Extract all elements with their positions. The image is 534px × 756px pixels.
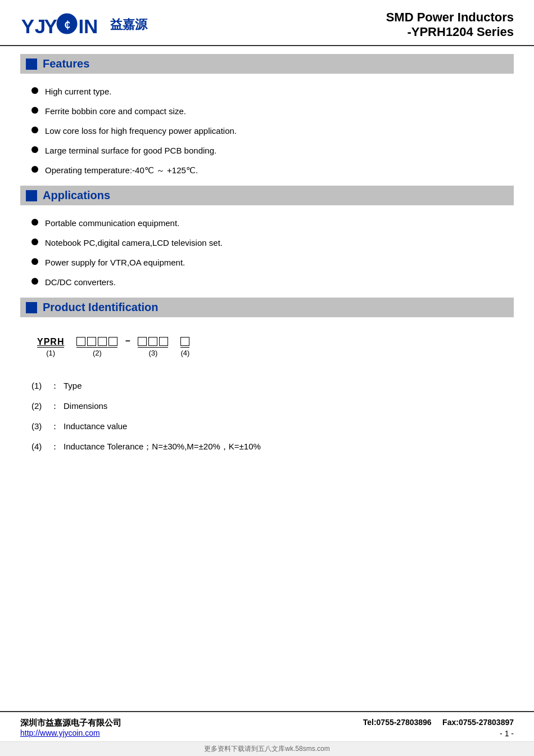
pid-box [148, 337, 157, 346]
features-section-title: Features [43, 57, 89, 70]
applications-list: Portable communication equipment. Notebo… [20, 213, 514, 292]
footer-right: Tel:0755-27803896 Fax:0755-27803897 - 1 … [363, 718, 514, 738]
footer-url[interactable]: http://www.yjycoin.com [20, 728, 121, 737]
pid-box [87, 337, 96, 346]
product-id-details: (1) ： Type (2) ： Dimensions (3) ： Induct… [20, 372, 514, 464]
pid-detail-num-2: (2) [31, 398, 51, 415]
pid-box [159, 337, 168, 346]
svg-text:IN: IN [78, 15, 98, 37]
footer-tel: Tel:0755-27803896 [363, 718, 432, 727]
logo-svg: Y J Y ₵ IN [20, 11, 103, 38]
page-wrapper: Y J Y ₵ IN 益嘉源 SMD Power Inductors -YPRH… [0, 0, 534, 756]
features-item-1: High current type. [45, 86, 111, 97]
footer-company: 深圳市益嘉源电子有限公司 [20, 718, 121, 728]
pid-detail-desc-4: Inductance Tolerance；N=±30%,M=±20%，K=±10… [64, 438, 261, 455]
bullet-dot [31, 166, 38, 173]
pid-label-3: (3) [149, 349, 158, 357]
pid-detail-num-1: (1) [31, 377, 51, 394]
pid-detail-colon-1: ： [51, 377, 59, 394]
list-item: Ferrite bobbin core and compact size. [20, 101, 514, 121]
footer-contact: Tel:0755-27803896 Fax:0755-27803897 [363, 718, 514, 727]
list-item: Notebook PC,digital camera,LCD televisio… [20, 233, 514, 253]
features-list: High current type. Ferrite bobbin core a… [20, 82, 514, 180]
pid-detail-num-4: (4) [31, 438, 51, 455]
bullet-dot [31, 219, 38, 226]
pid-box [76, 337, 85, 346]
bullet-dot [31, 127, 38, 133]
list-item: DC/DC converters. [20, 272, 514, 292]
pid-label-4: (4) [181, 349, 190, 357]
pid-diagram-row: YPRH (1) (2) － [31, 335, 503, 357]
logo-area: Y J Y ₵ IN 益嘉源 [20, 11, 147, 38]
applications-item-4: DC/DC converters. [45, 276, 116, 288]
svg-text:Y: Y [21, 15, 34, 37]
svg-text:Y: Y [44, 15, 57, 37]
list-item: Portable communication equipment. [20, 213, 514, 233]
applications-section-icon [26, 190, 37, 201]
list-item: Operating temperature:-40℃ ～ +125℃. [20, 160, 514, 180]
header-title-main: SMD Power Inductors [386, 10, 514, 25]
bullet-dot [31, 238, 38, 245]
pid-detail-row-1: (1) ： Type [31, 377, 503, 394]
pid-label-2: (2) [93, 349, 102, 357]
product-id-section-header: Product Identification [20, 298, 514, 317]
list-item: Power supply for VTR,OA equipment. [20, 253, 514, 272]
header-title-sub: -YPRH1204 Series [386, 25, 514, 39]
applications-item-1: Portable communication equipment. [45, 217, 179, 229]
pid-segment-1: YPRH (1) [37, 337, 64, 357]
footer: 深圳市益嘉源电子有限公司 http://www.yjycoin.com Tel:… [0, 711, 534, 741]
logo-cn: 益嘉源 [110, 16, 147, 33]
pid-segment-2: (2) [76, 337, 117, 357]
pid-detail-desc-3: Inductance value [64, 418, 127, 435]
main-content: Features High current type. Ferrite bobb… [0, 46, 534, 711]
applications-section-header: Applications [20, 186, 514, 205]
footer-fax: Fax:0755-27803897 [442, 718, 514, 727]
footer-page: - 1 - [363, 729, 514, 738]
pid-boxes-4 [76, 337, 117, 348]
watermark-text: 更多资料下载请到五八文库wk.58sms.com [204, 745, 329, 753]
svg-text:₵: ₵ [64, 20, 70, 30]
header: Y J Y ₵ IN 益嘉源 SMD Power Inductors -YPRH… [0, 0, 534, 46]
applications-section-title: Applications [43, 189, 110, 202]
pid-box [108, 337, 117, 346]
list-item: Large terminal surface for good PCB bond… [20, 141, 514, 160]
product-id-section-icon [26, 302, 37, 313]
list-item: Low core loss for high frequency power a… [20, 121, 514, 141]
features-item-2: Ferrite bobbin core and compact size. [45, 105, 186, 117]
pid-label-1: (1) [46, 349, 55, 357]
list-item: High current type. [20, 82, 514, 101]
bullet-dot [31, 258, 38, 265]
footer-left: 深圳市益嘉源电子有限公司 http://www.yjycoin.com [20, 718, 121, 737]
bullet-dot [31, 87, 38, 94]
features-section-header: Features [20, 54, 514, 74]
features-item-3: Low core loss for high frequency power a… [45, 125, 237, 137]
bullet-dot [31, 107, 38, 114]
pid-prefix: YPRH [37, 337, 64, 348]
bullet-dot [31, 278, 38, 285]
pid-detail-num-3: (3) [31, 418, 51, 435]
pid-detail-row-3: (3) ： Inductance value [31, 418, 503, 435]
header-title: SMD Power Inductors -YPRH1204 Series [386, 10, 514, 39]
features-section-icon [26, 58, 37, 70]
pid-box [180, 337, 189, 346]
pid-detail-row-2: (2) ： Dimensions [31, 398, 503, 415]
bullet-dot [31, 146, 38, 153]
applications-item-2: Notebook PC,digital camera,LCD televisio… [45, 237, 223, 249]
pid-segment-3: (3) [138, 337, 168, 357]
pid-boxes-3 [138, 337, 168, 348]
features-item-4: Large terminal surface for good PCB bond… [45, 145, 216, 156]
pid-dash: － [123, 335, 132, 347]
pid-detail-desc-1: Type [64, 377, 82, 394]
pid-segment-4: (4) [180, 337, 189, 357]
pid-detail-colon-4: ： [51, 438, 59, 455]
applications-item-3: Power supply for VTR,OA equipment. [45, 256, 185, 268]
pid-detail-colon-2: ： [51, 398, 59, 415]
product-id-section-title: Product Identification [43, 301, 159, 314]
pid-box [138, 337, 147, 346]
features-item-5: Operating temperature:-40℃ ～ +125℃. [45, 164, 198, 176]
pid-box [98, 337, 107, 346]
watermark-bar: 更多资料下载请到五八文库wk.58sms.com [0, 741, 534, 756]
pid-detail-desc-2: Dimensions [64, 398, 107, 415]
pid-detail-row-4: (4) ： Inductance Tolerance；N=±30%,M=±20%… [31, 438, 503, 455]
product-id-diagram: YPRH (1) (2) － [20, 325, 514, 366]
